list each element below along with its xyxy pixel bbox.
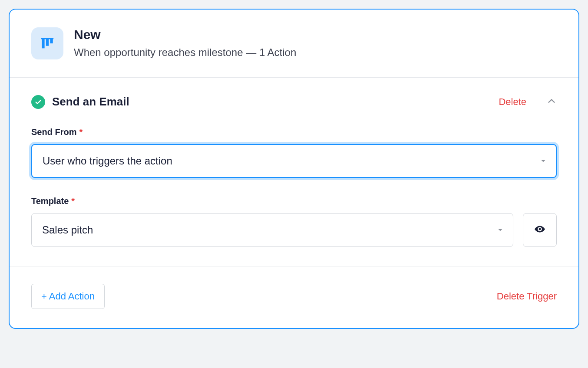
check-circle-icon [31,95,45,109]
action-header: Send an Email Delete [31,95,557,109]
add-action-button[interactable]: + Add Action [31,284,105,309]
action-title: Send an Email [52,95,492,108]
header-text: New When opportunity reaches milestone —… [74,27,296,60]
card-footer: + Add Action Delete Trigger [10,266,578,328]
svg-rect-3 [41,38,53,39]
delete-action-link[interactable]: Delete [499,96,526,108]
preview-template-button[interactable] [523,213,557,247]
svg-rect-1 [46,38,49,46]
template-group: Template* Sales pitch [31,196,557,247]
delete-trigger-link[interactable]: Delete Trigger [497,291,557,302]
template-label-text: Template [31,196,69,206]
caret-down-icon [540,158,546,164]
action-section: Send an Email Delete Send From* User who… [10,78,578,266]
eye-icon [534,223,545,237]
svg-rect-0 [42,38,44,48]
collapse-button[interactable] [546,97,557,107]
trigger-card: New When opportunity reaches milestone —… [9,9,579,329]
send-from-group: Send From* User who triggers the action [31,127,557,178]
milestone-icon [31,27,63,59]
template-label: Template* [31,196,557,206]
template-select[interactable]: Sales pitch [31,213,513,247]
caret-down-icon [497,227,503,233]
send-from-select[interactable]: User who triggers the action [31,144,557,178]
card-header: New When opportunity reaches milestone —… [10,10,578,78]
send-from-value: User who triggers the action [43,155,172,167]
required-asterisk: * [71,196,75,206]
trigger-title: New [74,27,296,43]
required-asterisk: * [79,127,83,137]
chevron-up-icon [547,96,556,108]
svg-point-4 [539,228,541,230]
send-from-label: Send From* [31,127,557,137]
template-value: Sales pitch [42,224,93,236]
trigger-subtitle: When opportunity reaches milestone — 1 A… [74,45,296,60]
send-from-label-text: Send From [31,127,76,137]
